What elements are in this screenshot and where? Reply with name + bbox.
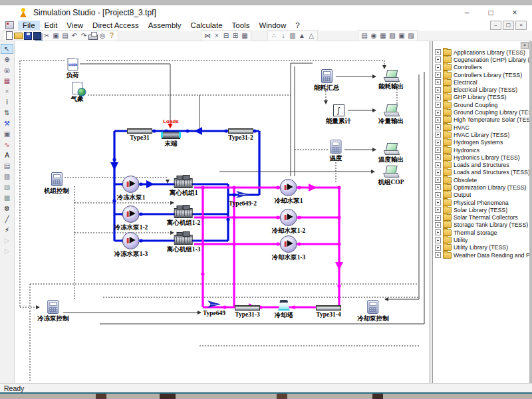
link-mode-icon[interactable]: ∴ <box>269 31 279 40</box>
menu-help[interactable]: ? <box>291 21 304 30</box>
expand-icon[interactable] <box>435 229 441 235</box>
expand-icon[interactable] <box>435 57 441 63</box>
node-pipe-type31-3[interactable]: Type31-3 <box>235 305 260 318</box>
expand-icon[interactable] <box>435 87 441 93</box>
expand-icon[interactable] <box>435 207 441 213</box>
print-icon[interactable] <box>88 31 98 40</box>
expand-icon[interactable] <box>435 184 441 190</box>
menu-direct-access[interactable]: Direct Access <box>88 21 144 30</box>
node-chw-pump-1-3[interactable]: 冷冻水泵1-3 <box>114 232 148 259</box>
node-pipe-type31[interactable]: Type31 <box>127 128 152 141</box>
copy-icon[interactable]: ▣ <box>51 31 61 40</box>
expand-icon[interactable] <box>435 72 441 78</box>
mdi-minimize-button[interactable]: – <box>490 21 501 30</box>
expand-icon[interactable] <box>435 170 441 176</box>
inputs-icon[interactable]: ▧ <box>388 31 397 40</box>
node-diverter-type649[interactable]: Type649 <box>203 299 225 317</box>
expand-icon[interactable] <box>435 154 441 160</box>
node-cw-pump-1-3[interactable]: 冷却水泵1-3 <box>272 235 306 262</box>
select-tool-icon[interactable]: ↖ <box>1 44 13 54</box>
draw-tool-icon[interactable]: ╱ <box>1 214 13 224</box>
node-chw-pump-control[interactable]: 冷冻泵控制 <box>37 300 69 323</box>
tile-vertical-icon[interactable]: ⊞ <box>231 31 240 40</box>
panel-close-button[interactable]: × <box>521 42 529 49</box>
maximize-button[interactable]: □ <box>479 6 503 19</box>
cut-icon[interactable]: ✂ <box>42 31 51 40</box>
information-icon[interactable]: ◉ <box>369 31 378 40</box>
expand-icon[interactable] <box>435 79 441 85</box>
expand-icon[interactable] <box>435 147 441 153</box>
print-preview-icon[interactable]: ◎ <box>98 31 107 40</box>
expand-icon[interactable] <box>435 110 441 116</box>
expand-icon[interactable] <box>435 124 441 130</box>
open-file-icon[interactable] <box>14 31 23 40</box>
expand-icon[interactable] <box>435 162 441 168</box>
copy-tool-icon[interactable]: ▣ <box>1 129 13 139</box>
zoom-tool-icon[interactable]: ◎ <box>1 65 13 75</box>
node-pipe-type31-2[interactable]: Type31-2 <box>228 128 253 141</box>
expand-icon[interactable] <box>435 94 441 100</box>
derivatives-icon[interactable]: ▨ <box>406 31 416 40</box>
tree-item[interactable]: Weather Data Reading and Process <box>433 251 529 259</box>
mdi-restore-button[interactable]: ▢ <box>503 21 514 30</box>
undo-icon[interactable]: ↶ <box>70 31 79 40</box>
node-cw-pump-1-2[interactable]: 冷却水泵1-2 <box>272 209 306 235</box>
outputs-icon[interactable]: ▣ <box>397 31 406 40</box>
project-canvas[interactable]: Loads USER 负荷 气象 Type31 末端 Type31-2 机组控制… <box>15 41 430 383</box>
menu-window[interactable]: Window <box>254 21 291 30</box>
node-energy-integrator[interactable]: ∫ 能量累计 <box>326 104 351 126</box>
minimize-button[interactable]: – <box>455 6 479 19</box>
run-tool-icon[interactable]: ⚡ <box>1 225 13 235</box>
node-chiller-1[interactable]: 离心机组1 <box>170 175 198 198</box>
node-energy-output[interactable]: 能耗输出 <box>378 70 404 91</box>
expand-icon[interactable] <box>435 252 441 258</box>
expand-icon[interactable] <box>435 237 441 243</box>
node-cooling-output[interactable]: 冷量输出 <box>378 104 404 126</box>
node-temperature-output[interactable]: 温度输出 <box>378 143 404 164</box>
parameters-icon[interactable]: ▦ <box>378 31 388 40</box>
expand-icon[interactable] <box>435 117 441 123</box>
node-chw-pump-1[interactable]: 冷冻水泵1 <box>117 176 146 202</box>
menu-calculate[interactable]: Calculate <box>186 21 227 30</box>
window-tool-2-icon[interactable]: ▥ <box>1 172 13 182</box>
play-disabled-icon[interactable]: ▷ <box>1 235 13 245</box>
new-file-icon[interactable] <box>5 31 14 40</box>
menu-edit[interactable]: Edit <box>40 21 63 30</box>
node-diverter-type649-2[interactable]: Type649-2 <box>229 190 257 207</box>
node-cw-pump-1[interactable]: 冷却水泵1 <box>275 179 303 205</box>
node-load-data[interactable]: USER 负荷 <box>66 58 79 80</box>
node-energy-sum[interactable]: 能耗汇总 <box>314 69 339 92</box>
expand-icon[interactable] <box>435 222 441 228</box>
node-pipe-type31-4[interactable]: Type31-4 <box>316 305 341 318</box>
pan-tool-icon[interactable]: ⊕ <box>1 55 13 65</box>
columns-icon[interactable]: ▥ <box>288 31 297 40</box>
tree-item[interactable]: High Temperature Solar (TESS) <box>433 116 529 124</box>
tree-item[interactable]: Hydrogen Systems <box>433 139 529 146</box>
direct-access-icon[interactable]: ▤ <box>360 31 369 40</box>
help-icon[interactable]: ? <box>107 31 116 40</box>
close-button[interactable]: × <box>503 6 527 19</box>
tile-horizontal-icon[interactable]: ⊟ <box>221 31 231 40</box>
node-weather-data[interactable]: 气象 <box>71 82 84 104</box>
curve-tool-icon[interactable]: ∿ <box>1 140 13 150</box>
node-unit-control[interactable]: 机组控制 <box>44 172 69 196</box>
sort-icon[interactable]: ↓ <box>279 31 288 40</box>
tree-item[interactable]: Controllers <box>433 64 529 71</box>
tree-item[interactable]: Output <box>433 192 529 199</box>
node-cw-pump-control[interactable]: 冷却泵控制 <box>357 300 389 323</box>
tree-item[interactable]: Utility Library (TESS) <box>433 244 529 251</box>
paste-icon[interactable]: ▤ <box>61 31 70 40</box>
expand-icon[interactable] <box>435 200 441 205</box>
menu-tools[interactable]: Tools <box>227 21 255 30</box>
menu-file[interactable]: File <box>18 21 40 30</box>
delete-tool-icon[interactable]: × <box>1 86 13 96</box>
menu-assembly[interactable]: Assembly <box>144 21 186 30</box>
expand-icon[interactable] <box>435 140 441 146</box>
expand-icon[interactable] <box>435 102 441 108</box>
node-cooling-tower[interactable]: 冷却塔 <box>275 300 294 320</box>
fit-window-icon[interactable]: ⋈ <box>203 31 212 40</box>
node-temperature-calc[interactable]: 温度 <box>330 140 342 163</box>
expand-icon[interactable] <box>435 65 441 70</box>
text-tool-icon[interactable]: A <box>1 150 13 160</box>
window-tool-icon[interactable]: ▤ <box>1 161 13 171</box>
